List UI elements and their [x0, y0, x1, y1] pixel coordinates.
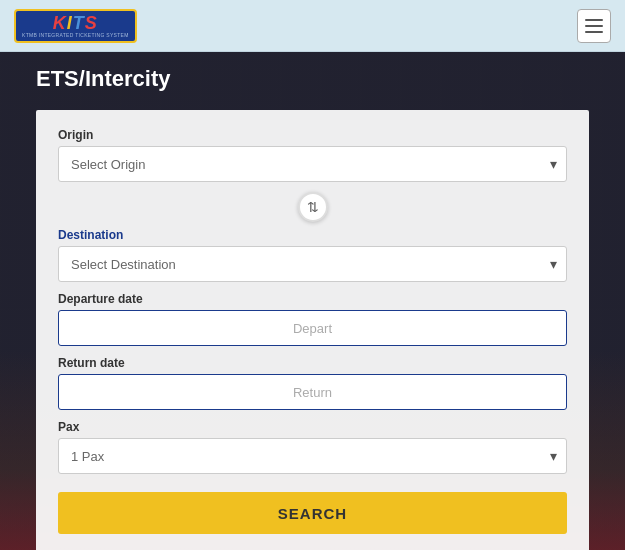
swap-container: ⇅	[58, 192, 567, 222]
logo-container: KITS KTMB INTEGRATED TICKETING SYSTEM	[14, 9, 137, 43]
swap-button[interactable]: ⇅	[298, 192, 328, 222]
destination-select[interactable]: Select Destination	[58, 246, 567, 282]
return-group: Return date	[58, 356, 567, 410]
hamburger-line-3	[585, 31, 603, 33]
return-input[interactable]	[58, 374, 567, 410]
logo-subtitle: KTMB INTEGRATED TICKETING SYSTEM	[22, 32, 129, 38]
search-button[interactable]: SEARCH	[58, 492, 567, 534]
pax-select-wrapper: 1 Pax 2 Pax 3 Pax 4 Pax 5 Pax ▾	[58, 438, 567, 474]
pax-group: Pax 1 Pax 2 Pax 3 Pax 4 Pax 5 Pax ▾	[58, 420, 567, 474]
departure-label: Departure date	[58, 292, 567, 306]
page-title: ETS/Intercity	[0, 52, 625, 100]
origin-select[interactable]: Select Origin	[58, 146, 567, 182]
logo-text: KITS	[53, 14, 98, 32]
pax-label: Pax	[58, 420, 567, 434]
hamburger-button[interactable]	[577, 9, 611, 43]
origin-label: Origin	[58, 128, 567, 142]
departure-group: Departure date	[58, 292, 567, 346]
destination-select-wrapper: Select Destination ▾	[58, 246, 567, 282]
hamburger-line-1	[585, 19, 603, 21]
app-header: KITS KTMB INTEGRATED TICKETING SYSTEM	[0, 0, 625, 52]
hamburger-line-2	[585, 25, 603, 27]
destination-label: Destination	[58, 228, 567, 242]
return-label: Return date	[58, 356, 567, 370]
departure-input[interactable]	[58, 310, 567, 346]
main-content: ETS/Intercity Origin Select Origin ▾ ⇅ D…	[0, 52, 625, 550]
pax-select[interactable]: 1 Pax 2 Pax 3 Pax 4 Pax 5 Pax	[58, 438, 567, 474]
logo-box: KITS KTMB INTEGRATED TICKETING SYSTEM	[14, 9, 137, 43]
origin-group: Origin Select Origin ▾	[58, 128, 567, 182]
booking-form: Origin Select Origin ▾ ⇅ Destination Sel…	[36, 110, 589, 550]
origin-select-wrapper: Select Origin ▾	[58, 146, 567, 182]
destination-group: Destination Select Destination ▾	[58, 228, 567, 282]
